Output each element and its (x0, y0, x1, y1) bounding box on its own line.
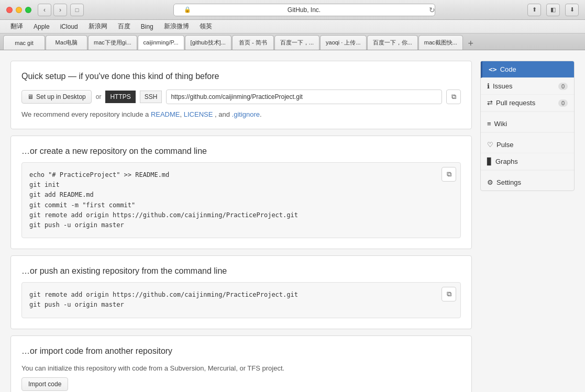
sidebar-item-code[interactable]: <> Code (481, 61, 574, 78)
sidebar-pr-left: ⇄ Pull requests (487, 99, 535, 107)
sidebar-item-settings[interactable]: ⚙ Settings (481, 174, 574, 191)
sidebar-issues-left: ℹ Issues (487, 82, 513, 90)
sidebar-divider-3 (481, 170, 574, 174)
quick-setup-title: Quick setup — if you've done this kind o… (21, 72, 461, 81)
bookmark-sina[interactable]: 新浪网 (83, 20, 113, 33)
tab-caijinming[interactable]: caijinming/P... (138, 35, 184, 50)
right-sidebar: <> Code ℹ Issues 0 ⇄ Pull requests 0 (480, 61, 575, 392)
copy-url-button[interactable]: ⧉ (446, 89, 461, 104)
tab-baidu-1[interactable]: 百度一下，... (274, 35, 319, 50)
sidebar-item-pulse[interactable]: ♡ Pulse (481, 137, 574, 153)
tab-jianshu[interactable]: 首页 - 简书 (232, 35, 274, 50)
import-description: You can initialize this repository with … (21, 364, 461, 372)
close-button[interactable] (6, 7, 13, 13)
content-area: Quick setup — if you've done this kind o… (0, 50, 585, 392)
create-new-code: echo "# PracticeProject" >> README.md gi… (29, 170, 453, 230)
main-panel: Quick setup — if you've done this kind o… (10, 61, 472, 392)
bookmark-bing[interactable]: Bing (136, 20, 159, 33)
bookmarks-bar: 翻译 Apple iCloud 新浪网 百度 Bing 新浪微博 领英 (0, 20, 585, 33)
ssh-toggle[interactable]: SSH (140, 91, 162, 103)
quick-setup-card: Quick setup — if you've done this kind o… (10, 61, 472, 129)
pulse-icon: ♡ (487, 141, 493, 149)
copy-code-icon: ⧉ (447, 170, 451, 178)
tab-mac-computer[interactable]: Mac电脑 (46, 35, 87, 50)
forward-button[interactable]: › (53, 4, 67, 16)
sidebar-pulse-label: Pulse (496, 141, 514, 149)
bookmark-icloud[interactable]: iCloud (55, 20, 83, 33)
bookmark-translate[interactable]: 翻译 (5, 20, 28, 33)
bookmark-apple[interactable]: Apple (28, 20, 55, 33)
https-toggle[interactable]: HTTPS (105, 91, 135, 103)
share-button[interactable]: ⬆ (527, 4, 541, 16)
sidebar-divider-1 (481, 111, 574, 116)
create-new-code-block: echo "# PracticeProject" >> README.md gi… (21, 162, 461, 238)
wiki-icon: ≡ (487, 120, 491, 128)
issues-badge: 0 (558, 83, 568, 90)
lock-icon: 🔒 (184, 6, 191, 13)
readme-link[interactable]: README (151, 110, 180, 118)
import-code-card: …or import code from another repository … (10, 335, 472, 393)
pull-requests-icon: ⇄ (487, 99, 493, 107)
copy-push-existing-button[interactable]: ⧉ (441, 287, 456, 301)
repo-url-input[interactable] (166, 89, 442, 104)
copy-create-new-button[interactable]: ⧉ (441, 167, 456, 182)
recommend-text: We recommend every repository include a … (21, 110, 461, 118)
toolbar-right: ⬆ ◧ ⬇ (524, 4, 579, 16)
maximize-button[interactable] (25, 7, 31, 13)
sidebar-wiki-left: ≡ Wiki (487, 120, 507, 128)
sidebar-graphs-left: ▊ Graphs (487, 158, 518, 165)
sidebar-settings-left: ⚙ Settings (487, 178, 521, 186)
push-existing-card: …or push an existing repository from the… (10, 255, 472, 329)
create-new-card: …or create a new repository on the comma… (10, 136, 472, 249)
sidebar-issues-label: Issues (493, 82, 513, 90)
push-existing-code-block: git remote add origin https://github.com… (21, 282, 461, 318)
import-code-button[interactable]: Import code (21, 377, 68, 391)
or-text: or (96, 93, 102, 100)
push-existing-code: git remote add origin https://github.com… (29, 290, 453, 310)
sidebar-item-wiki[interactable]: ≡ Wiki (481, 116, 574, 132)
import-code-title: …or import code from another repository (21, 346, 461, 356)
bookmark-linkedin[interactable]: 领英 (194, 20, 217, 33)
tab-yaoqi[interactable]: yaoqi · 上传... (320, 35, 367, 50)
nav-arrows: ‹ › (38, 4, 67, 16)
tab-github-tech[interactable]: [github技术]... (185, 35, 231, 50)
new-tab-button[interactable]: + (465, 37, 477, 50)
pr-badge: 0 (558, 99, 568, 107)
tab-mac-screenshot[interactable]: mac截图快... (418, 35, 463, 50)
create-new-title: …or create a new repository on the comma… (21, 147, 461, 156)
minimize-button[interactable] (16, 7, 22, 13)
sidebar-code-label: Code (500, 65, 516, 73)
tab-baidu-2[interactable]: 百度一下，你... (367, 35, 418, 50)
setup-btn-label: Set up in Desktop (36, 93, 86, 100)
sidebar-settings-label: Settings (496, 178, 521, 186)
sidebar-divider-2 (481, 132, 574, 137)
issues-icon: ℹ (487, 82, 490, 90)
graphs-icon: ▊ (487, 158, 492, 165)
refresh-button[interactable]: ↻ (429, 6, 435, 14)
settings-icon: ⚙ (487, 178, 493, 186)
sidebar-item-issues[interactable]: ℹ Issues 0 (481, 78, 574, 95)
bookmark-baidu[interactable]: 百度 (113, 20, 136, 33)
tab-mac-git[interactable]: mac git (3, 35, 45, 50)
tab-overview-button[interactable]: ◧ (546, 4, 560, 16)
desktop-icon: 🖥 (27, 93, 34, 100)
address-input[interactable] (173, 4, 435, 16)
license-link[interactable]: LICENSE (184, 110, 213, 118)
tab-mac-use-git[interactable]: mac下使用gi... (88, 35, 137, 50)
setup-desktop-button[interactable]: 🖥 Set up in Desktop (21, 90, 92, 104)
address-bar: 🔒 ↻ (115, 4, 493, 16)
gitignore-link[interactable]: .gitignore (232, 110, 260, 118)
copy-icon: ⧉ (451, 93, 456, 101)
sidebar-wiki-label: Wiki (494, 120, 507, 128)
traffic-lights (6, 7, 31, 13)
sidebar-item-pull-requests[interactable]: ⇄ Pull requests 0 (481, 95, 574, 111)
sidebar-pulse-left: ♡ Pulse (487, 141, 514, 149)
push-existing-title: …or push an existing repository from the… (21, 266, 461, 276)
bookmark-weibo[interactable]: 新浪微博 (159, 20, 194, 33)
download-button[interactable]: ⬇ (565, 4, 579, 16)
code-icon: <> (489, 65, 497, 73)
sidebar-item-graphs[interactable]: ▊ Graphs (481, 153, 574, 170)
window-mode-button[interactable]: □ (70, 4, 84, 16)
tabs-bar: mac git Mac电脑 mac下使用gi... caijinming/P..… (0, 33, 585, 50)
back-button[interactable]: ‹ (38, 4, 51, 16)
